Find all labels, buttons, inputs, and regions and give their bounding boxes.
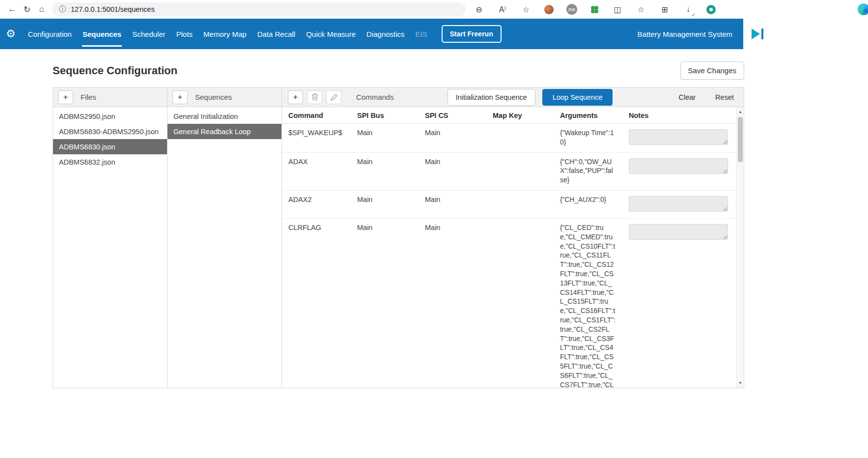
commands-toolbar: + Commands Initialization Sequence Loop … [282, 87, 744, 107]
scroll-up-icon[interactable]: ▲ [737, 108, 744, 115]
delete-command-button[interactable] [307, 90, 322, 104]
start-freerun-button[interactable]: Start Freerun [442, 25, 502, 43]
sequences-panel-title: Sequences [195, 93, 232, 101]
command-row-adax2[interactable]: ADAX2 Main Main {"CH_AUX2":0} [282, 191, 736, 219]
page-header: Sequence Configuration Save Changes [53, 61, 744, 80]
gear-icon[interactable]: ⚙ [6, 28, 16, 40]
files-panel: + Files ADBMS2950.json ADBMS6830-ADBMS29… [53, 87, 168, 388]
spi-cs-cell: Main [425, 153, 493, 171]
extension-icon-orange[interactable] [544, 5, 554, 14]
add-command-button[interactable]: + [288, 90, 303, 104]
add-file-button[interactable]: + [58, 90, 73, 104]
arguments-cell: {"Wakeup Time":10} [560, 124, 620, 152]
command-cell: CLRFLAG [288, 219, 357, 236]
extension-icon-teal[interactable] [706, 5, 716, 14]
notes-input[interactable] [629, 224, 728, 240]
page-title: Sequence Configuration [53, 64, 177, 77]
command-row-adax[interactable]: ADAX Main Main {"CH":0,"OW_AUX":false,"P… [282, 153, 736, 191]
col-spi-bus: SPI Bus [357, 107, 425, 123]
profile-badge[interactable]: me [566, 4, 577, 15]
map-key-cell [493, 124, 560, 134]
nav-item-diagnostics[interactable]: Diagnostics [361, 19, 410, 49]
notes-cell [629, 191, 736, 218]
add-sequence-button[interactable]: + [172, 90, 188, 104]
sequences-panel: + Sequences General Initialization Gener… [167, 87, 282, 388]
files-panel-header: + Files [53, 87, 167, 107]
nav-item-plots[interactable]: Plots [171, 19, 198, 49]
commands-table-header: Command SPI Bus SPI CS Map Key Arguments… [282, 107, 736, 124]
notes-cell [629, 219, 736, 246]
col-spi-cs: SPI CS [425, 107, 493, 123]
file-item-adbms6830-adbms2950[interactable]: ADBMS6830-ADBMS2950.json [53, 124, 167, 139]
spi-cs-cell: Main [425, 191, 493, 208]
col-command: Command [288, 107, 357, 123]
nav-menu: Configuration Sequences Scheduler Plots … [23, 19, 433, 49]
file-item-adbms6832[interactable]: ADBMS6832.json [53, 154, 167, 170]
spi-bus-cell: Main [357, 191, 425, 208]
map-key-cell [493, 153, 560, 163]
nav-item-scheduler[interactable]: Scheduler [127, 19, 171, 49]
play-icon [752, 29, 760, 39]
clover-icon [590, 5, 599, 14]
app-navbar: ⚙ Configuration Sequences Scheduler Plot… [0, 19, 771, 49]
spi-cs-cell: Main [425, 219, 493, 236]
sequences-list: General Initialization General Readback … [168, 107, 281, 139]
command-cell: ADAX [288, 153, 357, 171]
save-changes-button[interactable]: Save Changes [680, 61, 744, 80]
nav-item-configuration[interactable]: Configuration [23, 19, 77, 49]
zoom-out-icon[interactable]: ⊖ [474, 2, 484, 17]
initialization-sequence-button[interactable]: Initialization Sequence [448, 89, 535, 106]
commands-table: Command SPI Bus SPI CS Map Key Arguments… [282, 107, 744, 388]
spi-bus-cell: Main [357, 153, 425, 171]
file-item-adbms6830[interactable]: ADBMS6830.json [53, 139, 167, 154]
favorite-star-icon[interactable]: ☆ [521, 2, 532, 17]
notes-input[interactable] [629, 129, 728, 145]
scrollbar-thumb[interactable] [738, 117, 743, 162]
commands-panel: + Commands Initialization Sequence Loop … [281, 87, 744, 388]
nav-item-sequences[interactable]: Sequences [77, 19, 127, 49]
notes-input[interactable] [629, 158, 728, 174]
loop-sequence-button[interactable]: Loop Sequence [542, 89, 613, 106]
favorites-hub-icon[interactable]: ☆ [636, 2, 646, 17]
sequences-panel-header: + Sequences [168, 87, 281, 107]
table-scrollbar[interactable]: ▲ ▼ [736, 107, 744, 388]
map-key-cell [493, 191, 560, 200]
app-title: Battery Management System [638, 30, 732, 38]
split-screen-icon[interactable]: ◫ [612, 2, 623, 17]
command-row-clrflag[interactable]: CLRFLAG Main Main {"CL_CED":true,"CL_CME… [282, 219, 736, 388]
reset-button[interactable]: Reset [715, 93, 734, 101]
trash-icon [311, 93, 318, 101]
site-info-icon[interactable]: ⓘ [59, 5, 66, 14]
url-text: 127.0.0.1:5001/sequences [71, 5, 155, 13]
command-row-spi-wakeup[interactable]: $SPI_WAKEUP$ Main Main {"Wakeup Time":10… [282, 124, 736, 153]
nav-item-memory-map[interactable]: Memory Map [198, 19, 252, 49]
files-panel-title: Files [81, 93, 96, 101]
refresh-icon[interactable]: ↻ [20, 2, 34, 17]
home-icon[interactable]: ⌂ [34, 2, 49, 17]
downloads-icon[interactable]: ↓ ✓ [683, 2, 694, 17]
notes-cell [629, 124, 736, 151]
scroll-down-icon[interactable]: ▼ [737, 379, 744, 387]
clear-button[interactable]: Clear [678, 93, 696, 101]
spi-cs-cell: Main [425, 124, 493, 142]
extension-icon-green[interactable] [590, 5, 599, 14]
files-list: ADBMS2950.json ADBMS6830-ADBMS2950.json … [53, 107, 167, 170]
notes-input[interactable] [629, 196, 728, 212]
read-aloud-icon[interactable]: A⁾ [497, 2, 508, 17]
browser-toolbar: ← ↻ ⌂ ⓘ 127.0.0.1:5001/sequences ⊖ A⁾ ☆ … [0, 0, 868, 19]
download-check-icon: ✓ [692, 12, 696, 18]
edit-command-button[interactable] [326, 90, 341, 104]
sequence-item-general-initialization[interactable]: General Initialization [168, 109, 281, 124]
sequence-item-general-readback-loop[interactable]: General Readback Loop [168, 124, 281, 139]
nav-item-quick-measure[interactable]: Quick Measure [301, 19, 361, 49]
collections-icon[interactable]: ⊞ [659, 2, 670, 17]
back-icon[interactable]: ← [5, 2, 20, 17]
panels-row: + Files ADBMS2950.json ADBMS6830-ADBMS29… [53, 87, 744, 388]
command-cell: $SPI_WAKEUP$ [288, 124, 357, 142]
sidebar-toggle-button[interactable] [743, 19, 771, 49]
file-item-adbms2950[interactable]: ADBMS2950.json [53, 109, 167, 124]
address-bar[interactable]: ⓘ 127.0.0.1:5001/sequences [52, 2, 466, 16]
arguments-cell: {"CL_CED":true,"CL_CMED":true,"CL_CS10FL… [560, 219, 620, 388]
edge-logo-icon[interactable] [858, 3, 868, 15]
nav-item-data-recall[interactable]: Data Recall [252, 19, 301, 49]
